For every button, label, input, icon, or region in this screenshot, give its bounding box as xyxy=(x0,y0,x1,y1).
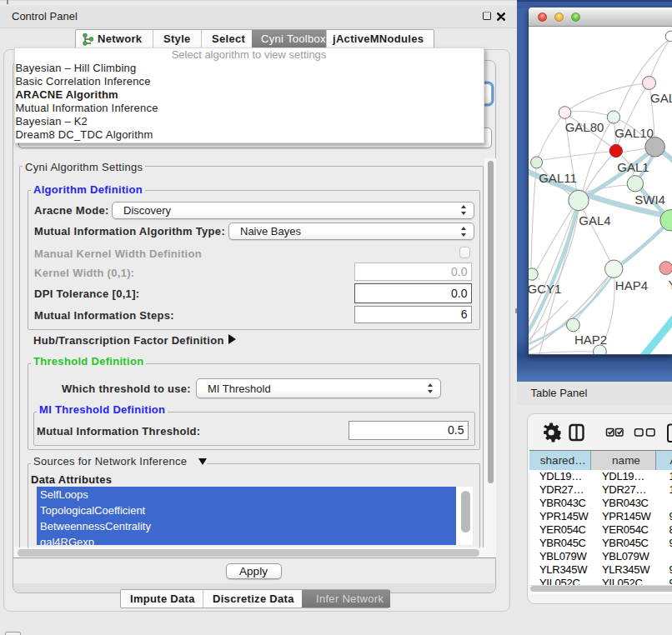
svg-text:GAL11: GAL11 xyxy=(539,170,577,184)
svg-text:GAL1: GAL1 xyxy=(617,159,649,173)
svg-text:HAP4: HAP4 xyxy=(615,278,648,292)
svg-text:GAL4: GAL4 xyxy=(579,212,610,227)
svg-text:GCY1: GCY1 xyxy=(529,281,561,295)
svg-text:HAP2: HAP2 xyxy=(574,332,607,347)
svg-text:SWI4: SWI4 xyxy=(634,192,665,206)
svg-text:GAL10: GAL10 xyxy=(614,125,654,139)
svg-text:YJ: YJ xyxy=(669,278,672,292)
svg-text:GAL7: GAL7 xyxy=(650,90,672,104)
svg-text:GAL80: GAL80 xyxy=(565,119,604,133)
